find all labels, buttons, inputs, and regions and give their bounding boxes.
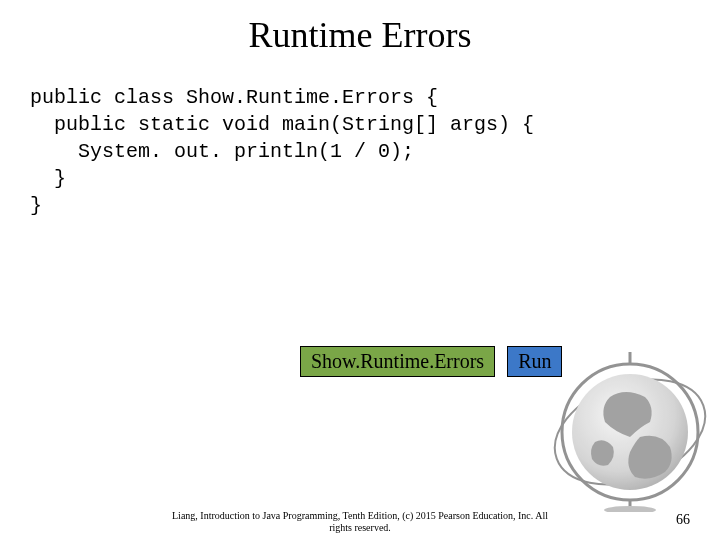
footer-line: Liang, Introduction to Java Programming,…	[172, 510, 548, 521]
page-number: 66	[676, 512, 690, 528]
show-runtime-errors-button[interactable]: Show.Runtime.Errors	[300, 346, 495, 377]
slide-title: Runtime Errors	[0, 0, 720, 66]
code-line: System. out. println(1 / 0);	[30, 140, 414, 163]
code-line: }	[30, 194, 42, 217]
code-line: public class Show.Runtime.Errors {	[30, 86, 438, 109]
code-line: }	[30, 167, 66, 190]
code-line: public static void main(String[] args) {	[30, 113, 534, 136]
button-row: Show.Runtime.Errors Run	[300, 346, 562, 377]
footer-copyright: Liang, Introduction to Java Programming,…	[0, 510, 720, 534]
code-block: public class Show.Runtime.Errors { publi…	[0, 66, 720, 219]
globe-icon	[540, 342, 710, 512]
footer-line: rights reserved.	[329, 522, 391, 533]
